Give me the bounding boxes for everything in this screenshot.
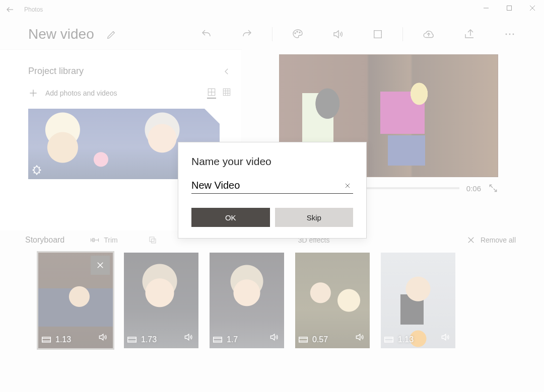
trim-button[interactable]: Trim (90, 236, 117, 244)
project-title[interactable]: New video (28, 26, 94, 42)
storyboard-clip[interactable]: 1.13 (38, 253, 113, 348)
separator (272, 27, 273, 41)
clip-type-icon (41, 336, 51, 344)
clip-duration: 1.13 (398, 335, 414, 344)
svg-rect-7 (374, 31, 382, 38)
close-window-button[interactable] (521, 0, 544, 16)
edit-title-button[interactable] (106, 29, 117, 40)
back-button[interactable] (0, 5, 20, 14)
remove-clip-button[interactable] (91, 256, 110, 275)
clip-duration: 1.13 (55, 335, 71, 344)
svg-rect-45 (385, 337, 393, 342)
more-button[interactable] (504, 28, 516, 40)
clip-added-icon (30, 164, 43, 177)
svg-point-6 (299, 32, 300, 33)
app-name-label: Photos (24, 6, 43, 13)
grid-large-view-button[interactable] (207, 88, 216, 99)
clip-type-icon (298, 336, 308, 344)
redo-button[interactable] (241, 28, 253, 40)
music-button[interactable] (332, 28, 344, 40)
toolbar-actions (200, 27, 516, 41)
storyboard-title: Storyboard (25, 236, 64, 245)
grid-small-view-button[interactable] (222, 88, 231, 99)
clip-volume-icon[interactable] (269, 332, 279, 342)
titlebar: Photos (0, 0, 544, 19)
window-controls (474, 0, 544, 16)
clip-duration: 1.73 (141, 335, 157, 344)
svg-point-5 (297, 31, 298, 32)
resize-button[interactable] (148, 236, 157, 245)
svg-rect-27 (150, 237, 154, 242)
svg-rect-36 (128, 337, 137, 342)
clear-input-button[interactable] (342, 181, 353, 190)
clip-type-icon (384, 336, 394, 344)
clips-row: 1.13 1.73 1.7 (25, 249, 516, 348)
svg-point-11 (509, 34, 511, 35)
trim-label: Trim (104, 236, 117, 244)
aspect-ratio-button[interactable] (372, 29, 383, 40)
name-video-dialog: Name your video OK Skip (178, 142, 367, 239)
storyboard-panel: Storyboard Trim 3D effects Remove all 1.… (0, 230, 544, 348)
clip-volume-icon[interactable] (98, 332, 108, 342)
collapse-library-button[interactable] (222, 67, 231, 76)
svg-rect-1 (507, 6, 512, 11)
storyboard-clip[interactable]: 1.13 (381, 253, 455, 348)
minimize-button[interactable] (474, 0, 498, 16)
add-media-button[interactable]: Add photos and videos (28, 88, 117, 98)
dialog-title: Name your video (191, 155, 353, 168)
clip-volume-icon[interactable] (355, 332, 365, 342)
storyboard-clip[interactable]: 1.7 (210, 253, 284, 348)
clip-duration: 1.7 (227, 335, 238, 344)
remove-all-button[interactable]: Remove all (466, 236, 516, 245)
ok-button[interactable]: OK (191, 208, 270, 227)
timecode-label: 0:06 (466, 184, 481, 193)
clip-duration: 0.57 (312, 335, 328, 344)
svg-rect-42 (299, 337, 308, 342)
library-title: Project library (28, 66, 84, 76)
svg-rect-18 (223, 89, 230, 96)
undo-button[interactable] (200, 28, 213, 40)
storyboard-clip[interactable]: 0.57 (295, 253, 370, 348)
cloud-sync-button[interactable] (422, 28, 435, 41)
separator (402, 27, 403, 41)
clip-volume-icon[interactable] (440, 332, 450, 342)
svg-point-12 (513, 34, 514, 35)
skip-button[interactable]: Skip (275, 208, 354, 227)
svg-rect-33 (42, 337, 51, 342)
fullscreen-button[interactable] (488, 183, 498, 193)
svg-point-4 (295, 33, 296, 34)
clip-type-icon (127, 336, 137, 344)
editor-toolbar: New video (0, 19, 544, 49)
share-button[interactable] (463, 28, 475, 40)
add-media-label: Add photos and videos (45, 89, 117, 97)
remove-all-label: Remove all (481, 236, 516, 244)
svg-point-10 (506, 34, 507, 35)
storyboard-clip[interactable]: 1.73 (124, 253, 198, 348)
theme-button[interactable] (292, 28, 304, 40)
clip-type-icon (213, 336, 223, 344)
svg-rect-28 (151, 239, 155, 243)
video-name-input[interactable] (191, 180, 342, 191)
clip-volume-icon[interactable] (183, 332, 193, 342)
svg-rect-39 (214, 337, 222, 342)
maximize-button[interactable] (498, 0, 521, 16)
